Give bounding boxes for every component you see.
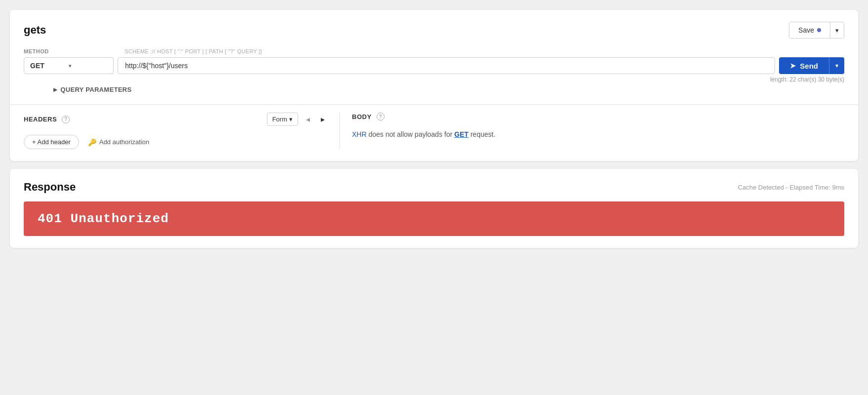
response-section: Response Cache Detected - Elapsed Time: … — [10, 169, 858, 248]
request-title: gets — [24, 24, 46, 37]
nav-right-arrow-icon[interactable]: ▸ — [318, 115, 328, 124]
headers-help-icon[interactable]: ? — [62, 116, 70, 123]
method-select[interactable]: GET ▾ — [24, 57, 114, 74]
save-button-group: Save ▾ — [789, 22, 844, 39]
method-chevron-icon: ▾ — [69, 63, 107, 69]
header-actions: + Add header 🔑 Add authorization — [24, 135, 328, 149]
send-button[interactable]: ➤ Send — [779, 57, 829, 74]
cache-info: Cache Detected - Elapsed Time: 9ms — [738, 184, 844, 191]
add-auth-button[interactable]: 🔑 Add authorization — [88, 138, 149, 146]
save-button[interactable]: Save — [789, 22, 830, 38]
xhr-link[interactable]: XHR — [352, 130, 367, 138]
save-chevron-icon: ▾ — [835, 27, 839, 34]
method-label: METHOD — [24, 48, 118, 54]
form-dropdown[interactable]: Form ▾ — [267, 113, 298, 126]
url-input-row: GET ▾ ➤ Send ▾ — [24, 57, 844, 74]
save-dot — [817, 28, 821, 32]
body-panel: BODY ? XHR does not allow payloads for G… — [340, 113, 844, 140]
query-params-label: QUERY PARAMETERS — [60, 86, 131, 93]
send-label: Send — [800, 62, 818, 70]
headers-body-section: HEADERS ? Form ▾ ◂ ▸ + Add header 🔑 — [24, 113, 844, 149]
body-label: BODY — [352, 113, 372, 120]
save-label: Save — [798, 26, 814, 34]
key-icon: 🔑 — [88, 138, 96, 146]
response-header: Response Cache Detected - Elapsed Time: … — [24, 181, 844, 194]
send-chevron-icon: ▾ — [835, 62, 838, 69]
get-link[interactable]: GET — [454, 130, 469, 138]
scheme-label: SCHEME :// HOST [ ":" PORT ] [ PATH [ "?… — [118, 48, 844, 54]
form-label: Form — [272, 116, 287, 123]
headers-label: HEADERS — [24, 116, 57, 123]
add-auth-label: Add authorization — [99, 138, 149, 146]
send-icon: ➤ — [790, 62, 796, 70]
body-message: XHR does not allow payloads for GET requ… — [352, 129, 844, 140]
add-header-label: + Add header — [32, 138, 71, 146]
query-params-triangle-icon: ▶ — [53, 87, 57, 92]
headers-panel: HEADERS ? Form ▾ ◂ ▸ + Add header 🔑 — [24, 113, 340, 149]
section-divider — [10, 104, 858, 105]
add-header-button[interactable]: + Add header — [24, 135, 79, 149]
status-banner: 401 Unauthorized — [24, 201, 844, 236]
url-input[interactable] — [118, 57, 775, 74]
method-value: GET — [30, 62, 69, 70]
body-end-text: request. — [469, 130, 495, 138]
query-params-row[interactable]: ▶ QUERY PARAMETERS — [24, 83, 844, 96]
send-button-group: ➤ Send ▾ — [779, 57, 844, 74]
send-dropdown-button[interactable]: ▾ — [829, 57, 844, 74]
form-chevron-icon: ▾ — [289, 116, 293, 123]
url-meta: length: 22 char(s) 30 byte(s) — [24, 76, 844, 83]
nav-left-arrow-icon[interactable]: ◂ — [303, 115, 313, 124]
body-help-icon[interactable]: ? — [377, 113, 385, 120]
save-dropdown-button[interactable]: ▾ — [830, 22, 844, 38]
body-middle-text: does not allow payloads for — [367, 130, 454, 138]
response-title: Response — [24, 181, 76, 194]
